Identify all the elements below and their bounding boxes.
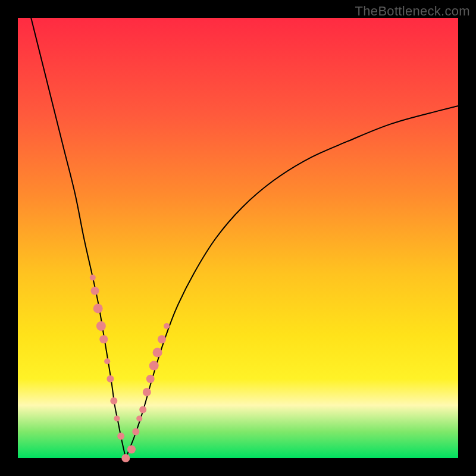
chart-marker [99, 335, 108, 343]
chart-lines-group [31, 18, 458, 458]
chart-plot-area [18, 18, 458, 458]
chart-line-left-branch [31, 18, 126, 458]
watermark-text: TheBottleneck.com [355, 4, 470, 19]
chart-marker [158, 335, 166, 343]
chart-line-right-branch [126, 106, 458, 458]
chart-marker [114, 415, 120, 421]
chart-marker [143, 388, 151, 396]
chart-marker [132, 428, 139, 436]
chart-marker [96, 321, 106, 331]
chart-marker [91, 287, 99, 295]
chart-marker [149, 361, 159, 371]
chart-marker [139, 406, 146, 414]
chart-marker [136, 415, 142, 421]
chart-marker [110, 397, 117, 405]
chart-marker [164, 323, 170, 329]
chart-marker [146, 375, 155, 383]
chart-marker [93, 303, 103, 313]
chart-markers-group [90, 275, 170, 462]
chart-frame: TheBottleneck.com [0, 0, 476, 476]
chart-marker [117, 433, 124, 440]
chart-marker [107, 375, 114, 383]
chart-marker [104, 358, 110, 364]
chart-marker [127, 445, 136, 453]
chart-marker [90, 275, 96, 281]
chart-marker [121, 454, 130, 462]
chart-svg [18, 18, 458, 458]
chart-marker [153, 347, 162, 357]
